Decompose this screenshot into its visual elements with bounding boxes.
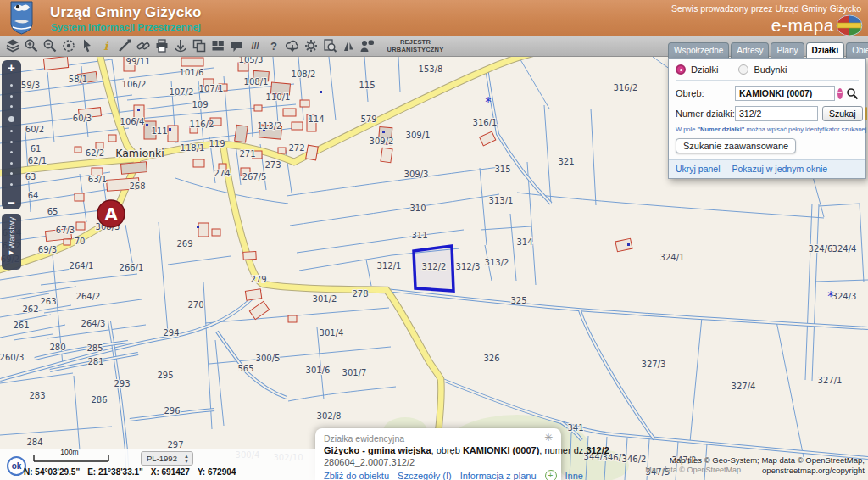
tab-plany[interactable]: Plany	[771, 42, 804, 58]
parcel-label: 260/3	[0, 353, 24, 362]
parcel-label: 314	[516, 237, 532, 247]
parcel-label: 311	[411, 231, 427, 240]
clear-obreb-button[interactable]: −	[837, 88, 843, 99]
parcel-label: 313/2	[485, 258, 509, 267]
panel-footer: Ukryj panel Pokazuj w jednym oknie	[669, 159, 865, 178]
parcel-label: 313/1	[489, 196, 514, 205]
details-link[interactable]: Szczegóły (I)	[398, 471, 452, 480]
parcel-label: 312/3	[456, 262, 481, 271]
select-area-icon[interactable]	[59, 37, 78, 55]
parcel-label: 266/1	[120, 263, 144, 272]
popup-close-icon[interactable]: ✳	[544, 433, 553, 444]
download-point-icon[interactable]	[171, 37, 190, 55]
zoom-out-icon[interactable]	[41, 37, 59, 55]
coord-e: E: 21°38'33.1"	[87, 467, 143, 477]
parcel-label: 295	[157, 371, 173, 380]
cloud-download-icon[interactable]	[283, 37, 302, 55]
radio-budynki-label: Budynki	[754, 64, 787, 75]
layers-tab-label: Warstwy	[7, 216, 16, 248]
search-plus-icon[interactable]	[320, 37, 339, 55]
layers-icon[interactable]	[3, 37, 22, 55]
help-icon[interactable]: ?	[264, 37, 283, 55]
radio-dzialki[interactable]	[676, 64, 686, 75]
radio-budynki[interactable]	[738, 64, 748, 75]
parcel-label: 272	[288, 143, 304, 153]
parcel-label: 108/2	[292, 70, 316, 79]
zoom-in-button[interactable]: +	[8, 60, 15, 75]
poi-marker-a[interactable]: A	[97, 200, 125, 227]
parcel-label: 267/5	[242, 172, 267, 181]
parcel-label: 301/7	[342, 368, 367, 377]
hide-panel-link[interactable]: Ukryj panel	[676, 164, 721, 174]
svg-text:A: A	[105, 204, 118, 223]
parcel-label: 312/1	[377, 261, 402, 271]
brand-logo-text: e-mapa	[771, 15, 834, 36]
pointer-icon[interactable]	[78, 37, 97, 55]
info-icon[interactable]: i	[97, 37, 115, 55]
advanced-search-button[interactable]: Szukanie zaawansowane	[676, 138, 796, 153]
tab-dzialki[interactable]: Działki	[806, 42, 845, 58]
measure-lines-icon[interactable]: ///	[246, 37, 264, 55]
zoom-out-button[interactable]: −	[8, 195, 15, 209]
parcel-label: 270	[187, 300, 203, 310]
single-window-link[interactable]: Pokazuj w jednym oknie	[732, 164, 828, 174]
parcel-label: 565	[237, 364, 253, 373]
parcel-label: 58/1	[69, 75, 87, 84]
zoom-to-object-link[interactable]: Zbliż do obiektu	[324, 471, 389, 480]
navigation-icon[interactable]	[339, 37, 358, 55]
parcel-label: 113/2	[258, 121, 282, 131]
settings-icon[interactable]	[302, 37, 320, 55]
parcel-label: 296	[164, 406, 180, 416]
tab-wspolrzedne[interactable]: Współrzędne	[668, 42, 729, 58]
parcel-label: 327/1	[818, 376, 843, 385]
link-icon[interactable]	[134, 37, 153, 55]
layers-panel-tab[interactable]: Warstwy ▶	[2, 214, 21, 270]
parcel-label: 62/2	[86, 148, 104, 158]
parcel-label: 316/2	[614, 83, 638, 92]
obreb-input[interactable]	[735, 86, 835, 101]
parcel-identifier: 280604_2.0007.312/2	[324, 457, 553, 467]
parcel-label: 285	[86, 343, 103, 353]
header-bar: Urząd Gminy Giżycko System Informacji Pr…	[0, 0, 868, 36]
crs-select[interactable]: PL-1992 ▲▼	[141, 451, 193, 466]
obreb-search-icon[interactable]	[846, 87, 859, 100]
zoom-level-slider[interactable]	[8, 75, 14, 195]
measure-icon[interactable]	[115, 37, 134, 55]
parcel-label: 280	[49, 343, 65, 352]
parcel-label: 153/8	[419, 64, 443, 74]
asterisk-marker: *	[485, 95, 492, 110]
plus-icon[interactable]: +	[545, 470, 557, 480]
tab-obiekty[interactable]: Obiekty	[846, 42, 868, 58]
coord-n: N: 54°03'29.5"	[24, 467, 80, 477]
parcel-label: 294	[163, 328, 179, 338]
feedback-icon[interactable]	[358, 37, 376, 55]
parcel-label: 281	[87, 357, 103, 366]
stepper-arrows-icon: ▲▼	[184, 454, 189, 464]
parcel-label: 284	[26, 438, 42, 447]
parcel-label: 67/3	[56, 226, 75, 235]
parcel-label: 273	[264, 160, 281, 170]
parcel-label: 262	[22, 304, 38, 314]
parcel-label: 279	[250, 275, 266, 284]
szukaj-button[interactable]: Szukaj	[822, 106, 863, 121]
print-icon[interactable]	[153, 37, 171, 55]
parcel-label: 264/2	[76, 292, 101, 301]
svg-text:i: i	[103, 39, 109, 53]
comment-icon[interactable]	[227, 37, 246, 55]
parcel-label: 63/1	[88, 175, 107, 184]
zoom-in-icon[interactable]	[22, 37, 41, 55]
parcel-label: 107/2	[170, 87, 194, 97]
crs-value: PL-1992	[147, 454, 177, 463]
parcel-label: 119	[209, 139, 225, 148]
plan-info-link[interactable]: Informacja z planu	[460, 471, 537, 480]
parcel-label: 301/2	[313, 294, 337, 304]
rejestr-urbanistyczny-button[interactable]: REJESTR URBANISTYCZNY	[380, 38, 451, 54]
numer-dzialki-input[interactable]	[735, 106, 818, 121]
legend-chip-gold	[865, 107, 867, 120]
other-link[interactable]: Inne	[565, 471, 583, 480]
windows-icon[interactable]	[190, 37, 209, 55]
attribution-line2[interactable]: openstreetmap.org/copyright	[670, 466, 865, 476]
parcel-label: 111	[151, 126, 167, 136]
tab-adresy[interactable]: Adresy	[731, 42, 769, 58]
tiles-icon[interactable]	[209, 37, 227, 55]
